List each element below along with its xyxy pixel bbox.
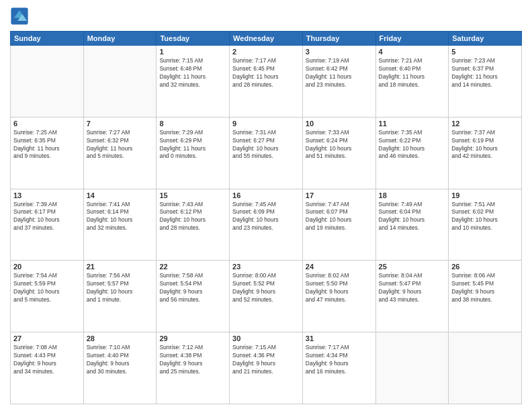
day-number: 2 — [232, 48, 300, 56]
cell-4-5 — [375, 332, 449, 404]
cell-content: Sunrise: 7:21 AMSunset: 6:40 PMDaylight:… — [379, 57, 446, 89]
cell-3-4: 24Sunrise: 8:02 AMSunset: 5:50 PMDayligh… — [302, 261, 375, 332]
cell-4-1: 28Sunrise: 7:10 AMSunset: 4:40 PMDayligh… — [83, 332, 157, 404]
cell-3-0: 20Sunrise: 7:54 AMSunset: 5:59 PMDayligh… — [11, 261, 84, 332]
cell-content: Sunrise: 7:39 AMSunset: 6:17 PMDaylight:… — [13, 201, 81, 233]
day-header-saturday: Saturday — [449, 32, 522, 46]
day-header-friday: Friday — [375, 32, 449, 46]
day-number: 18 — [379, 191, 446, 199]
cell-0-6: 5Sunrise: 7:23 AMSunset: 6:37 PMDaylight… — [449, 46, 522, 118]
cell-2-5: 18Sunrise: 7:49 AMSunset: 6:04 PMDayligh… — [375, 189, 449, 261]
cell-content: Sunrise: 8:00 AMSunset: 5:52 PMDaylight:… — [232, 272, 300, 304]
cell-content: Sunrise: 7:19 AMSunset: 6:42 PMDaylight:… — [306, 57, 373, 89]
cell-content: Sunrise: 7:23 AMSunset: 6:37 PMDaylight:… — [451, 57, 519, 89]
cell-content: Sunrise: 7:41 AMSunset: 6:14 PMDaylight:… — [87, 201, 154, 233]
cell-4-6 — [449, 332, 522, 404]
cell-content: Sunrise: 7:33 AMSunset: 6:24 PMDaylight:… — [306, 129, 373, 161]
day-number: 7 — [87, 120, 154, 128]
cell-1-4: 10Sunrise: 7:33 AMSunset: 6:24 PMDayligh… — [302, 117, 375, 189]
cell-1-6: 12Sunrise: 7:37 AMSunset: 6:19 PMDayligh… — [449, 117, 522, 189]
day-number: 31 — [306, 334, 373, 342]
cell-content: Sunrise: 7:17 AMSunset: 6:45 PMDaylight:… — [232, 57, 300, 89]
cell-content: Sunrise: 7:37 AMSunset: 6:19 PMDaylight:… — [451, 129, 519, 161]
cell-2-6: 19Sunrise: 7:51 AMSunset: 6:02 PMDayligh… — [449, 189, 522, 261]
cell-content: Sunrise: 8:06 AMSunset: 5:45 PMDaylight:… — [451, 272, 519, 304]
day-header-monday: Monday — [83, 32, 157, 46]
cell-content: Sunrise: 7:45 AMSunset: 6:09 PMDaylight:… — [232, 201, 300, 233]
cell-1-1: 7Sunrise: 7:27 AMSunset: 6:32 PMDaylight… — [83, 117, 157, 189]
day-header-wednesday: Wednesday — [230, 32, 303, 46]
cell-content: Sunrise: 7:29 AMSunset: 6:29 PMDaylight:… — [159, 129, 226, 161]
day-number: 15 — [159, 191, 226, 199]
cell-content: Sunrise: 8:02 AMSunset: 5:50 PMDaylight:… — [306, 272, 373, 304]
cell-4-0: 27Sunrise: 7:08 AMSunset: 4:43 PMDayligh… — [11, 332, 84, 404]
day-number: 8 — [159, 120, 226, 128]
cell-content: Sunrise: 7:17 AMSunset: 4:34 PMDaylight:… — [306, 344, 373, 376]
cell-content: Sunrise: 7:56 AMSunset: 5:57 PMDaylight:… — [87, 272, 154, 304]
cell-2-3: 16Sunrise: 7:45 AMSunset: 6:09 PMDayligh… — [230, 189, 303, 261]
day-number: 5 — [451, 48, 519, 56]
day-number: 1 — [159, 48, 226, 56]
cell-1-2: 8Sunrise: 7:29 AMSunset: 6:29 PMDaylight… — [157, 117, 230, 189]
day-number: 4 — [379, 48, 446, 56]
cell-0-1 — [83, 46, 157, 118]
day-number: 17 — [306, 191, 373, 199]
cell-3-5: 25Sunrise: 8:04 AMSunset: 5:47 PMDayligh… — [375, 261, 449, 332]
cell-0-0 — [11, 46, 84, 118]
day-number: 22 — [159, 263, 226, 271]
week-row-4: 27Sunrise: 7:08 AMSunset: 4:43 PMDayligh… — [11, 332, 522, 404]
cell-3-2: 22Sunrise: 7:58 AMSunset: 5:54 PMDayligh… — [157, 261, 230, 332]
day-number: 12 — [451, 120, 519, 128]
cell-1-5: 11Sunrise: 7:35 AMSunset: 6:22 PMDayligh… — [375, 117, 449, 189]
day-number: 27 — [13, 334, 81, 342]
day-number: 28 — [87, 334, 154, 342]
cell-4-2: 29Sunrise: 7:12 AMSunset: 4:38 PMDayligh… — [157, 332, 230, 404]
day-number: 23 — [232, 263, 300, 271]
day-number: 6 — [13, 120, 81, 128]
cell-content: Sunrise: 7:25 AMSunset: 6:35 PMDaylight:… — [13, 129, 81, 161]
cell-content: Sunrise: 7:27 AMSunset: 6:32 PMDaylight:… — [87, 129, 154, 161]
day-number: 20 — [13, 263, 81, 271]
day-number: 21 — [87, 263, 154, 271]
day-number: 11 — [379, 120, 446, 128]
day-number: 14 — [87, 191, 154, 199]
cell-content: Sunrise: 7:47 AMSunset: 6:07 PMDaylight:… — [306, 201, 373, 233]
cell-3-3: 23Sunrise: 8:00 AMSunset: 5:52 PMDayligh… — [230, 261, 303, 332]
cell-content: Sunrise: 7:12 AMSunset: 4:38 PMDaylight:… — [159, 344, 226, 376]
cell-2-2: 15Sunrise: 7:43 AMSunset: 6:12 PMDayligh… — [157, 189, 230, 261]
cell-0-2: 1Sunrise: 7:15 AMSunset: 6:48 PMDaylight… — [157, 46, 230, 118]
page: SundayMondayTuesdayWednesdayThursdayFrid… — [0, 0, 532, 411]
cell-content: Sunrise: 7:51 AMSunset: 6:02 PMDaylight:… — [451, 201, 519, 233]
cell-content: Sunrise: 7:31 AMSunset: 6:27 PMDaylight:… — [232, 129, 300, 161]
cell-content: Sunrise: 7:08 AMSunset: 4:43 PMDaylight:… — [13, 344, 81, 376]
cell-2-4: 17Sunrise: 7:47 AMSunset: 6:07 PMDayligh… — [302, 189, 375, 261]
cell-content: Sunrise: 8:04 AMSunset: 5:47 PMDaylight:… — [379, 272, 446, 304]
day-header-sunday: Sunday — [11, 32, 84, 46]
cell-0-5: 4Sunrise: 7:21 AMSunset: 6:40 PMDaylight… — [375, 46, 449, 118]
cell-4-4: 31Sunrise: 7:17 AMSunset: 4:34 PMDayligh… — [302, 332, 375, 404]
cell-content: Sunrise: 7:58 AMSunset: 5:54 PMDaylight:… — [159, 272, 226, 304]
cell-2-0: 13Sunrise: 7:39 AMSunset: 6:17 PMDayligh… — [11, 189, 84, 261]
calendar: SundayMondayTuesdayWednesdayThursdayFrid… — [10, 31, 522, 404]
cell-content: Sunrise: 7:15 AMSunset: 4:36 PMDaylight:… — [232, 344, 300, 376]
day-number: 10 — [306, 120, 373, 128]
cell-1-3: 9Sunrise: 7:31 AMSunset: 6:27 PMDaylight… — [230, 117, 303, 189]
cell-content: Sunrise: 7:15 AMSunset: 6:48 PMDaylight:… — [159, 57, 226, 89]
day-number: 16 — [232, 191, 300, 199]
cell-content: Sunrise: 7:35 AMSunset: 6:22 PMDaylight:… — [379, 129, 446, 161]
day-number: 3 — [306, 48, 373, 56]
day-number: 25 — [379, 263, 446, 271]
logo — [10, 7, 32, 26]
cell-3-6: 26Sunrise: 8:06 AMSunset: 5:45 PMDayligh… — [449, 261, 522, 332]
header-row: SundayMondayTuesdayWednesdayThursdayFrid… — [11, 32, 522, 46]
week-row-0: 1Sunrise: 7:15 AMSunset: 6:48 PMDaylight… — [11, 46, 522, 118]
cell-1-0: 6Sunrise: 7:25 AMSunset: 6:35 PMDaylight… — [11, 117, 84, 189]
cell-content: Sunrise: 7:49 AMSunset: 6:04 PMDaylight:… — [379, 201, 446, 233]
week-row-1: 6Sunrise: 7:25 AMSunset: 6:35 PMDaylight… — [11, 117, 522, 189]
cell-4-3: 30Sunrise: 7:15 AMSunset: 4:36 PMDayligh… — [230, 332, 303, 404]
cell-content: Sunrise: 7:43 AMSunset: 6:12 PMDaylight:… — [159, 201, 226, 233]
cell-content: Sunrise: 7:10 AMSunset: 4:40 PMDaylight:… — [87, 344, 154, 376]
cell-0-4: 3Sunrise: 7:19 AMSunset: 6:42 PMDaylight… — [302, 46, 375, 118]
day-number: 30 — [232, 334, 300, 342]
logo-icon — [10, 7, 29, 26]
